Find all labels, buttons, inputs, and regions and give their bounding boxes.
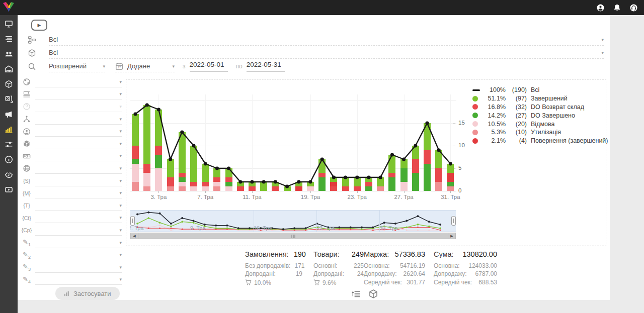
- navigator-left-handle[interactable]: [130, 216, 135, 226]
- payment-select[interactable]: ▾: [35, 151, 122, 161]
- manager-select[interactable]: ▾: [35, 126, 122, 137]
- stat-value: 249: [347, 250, 364, 258]
- bar-segment: [377, 186, 384, 191]
- utm-campaign-select[interactable]: ▾: [35, 225, 122, 236]
- chart-scrollbar[interactable]: ◀ ▶: [130, 233, 456, 239]
- legend-item[interactable]: 10.5%(20)Відмова: [472, 120, 608, 128]
- filter-row-status-group: ▾: [23, 100, 122, 113]
- view-products-toggle-button[interactable]: [368, 289, 378, 299]
- view-list-toggle-button[interactable]: [351, 289, 361, 299]
- utm-source-select[interactable]: ▾: [35, 176, 122, 186]
- product-select[interactable]: ▾: [35, 139, 122, 149]
- bar-segment: [388, 155, 395, 173]
- custom-field-3-select[interactable]: ▾: [35, 262, 122, 273]
- legend-dot-marker: [472, 96, 484, 101]
- bell-icon[interactable]: [613, 4, 621, 12]
- country-select[interactable]: ▾: [35, 77, 122, 87]
- sidebar-item-analytics[interactable]: [5, 125, 13, 134]
- sidebar-item-clients[interactable]: [5, 50, 13, 58]
- chart-bar: [272, 182, 279, 191]
- chart-bar: [260, 182, 267, 191]
- apply-button-label: Застосувати: [73, 290, 111, 297]
- sidebar-item-orders[interactable]: [5, 35, 13, 43]
- bar-segment: [202, 186, 209, 191]
- bar-segment: [272, 186, 279, 191]
- gridline-y15: [130, 123, 456, 124]
- navigator-right-handle[interactable]: [451, 216, 456, 226]
- x-axis-tick: [158, 191, 159, 193]
- legend-item[interactable]: 5.3%(10)Утилізація: [472, 128, 608, 137]
- legend-dot-marker: [472, 138, 484, 144]
- bar-segment: [132, 182, 139, 191]
- apply-button[interactable]: Застосувати: [55, 287, 120, 300]
- headset-icon[interactable]: [629, 4, 638, 12]
- legend-item[interactable]: 14.2%(27)DO Завершено: [472, 111, 608, 120]
- custom-field-4-select[interactable]: ▾: [35, 274, 122, 285]
- bar-segment: [354, 177, 361, 186]
- bar-segment: [213, 186, 220, 191]
- bar-segment: [225, 182, 232, 186]
- sidebar-item-marketing[interactable]: [5, 110, 13, 119]
- app-logo-icon[interactable]: [2, 1, 15, 14]
- sidebar-item-info[interactable]: [5, 155, 13, 164]
- stat-sublabel: Допродані:: [245, 270, 276, 278]
- sidebar-item-supply[interactable]: [5, 95, 13, 103]
- utm-medium-select[interactable]: ▾: [35, 188, 122, 198]
- sidebar-item-partners[interactable]: [5, 170, 13, 179]
- legend-item[interactable]: 2.1%(4)Повернення (завершений): [472, 137, 608, 145]
- sidebar-item-dashboard[interactable]: [5, 20, 13, 28]
- date-to-input[interactable]: 2022-05-31: [247, 61, 285, 72]
- legend-item[interactable]: 16.8%(32)DO Возврат склад: [472, 103, 608, 112]
- scroll-left-arrow-icon[interactable]: ◀: [131, 233, 138, 239]
- bar-segment: [155, 155, 162, 168]
- legend-count: (27): [506, 112, 527, 119]
- tutorial-video-button[interactable]: ▶: [31, 20, 47, 31]
- filter-row-payment: ▾: [23, 150, 122, 163]
- legend-count: (190): [506, 86, 527, 93]
- chevron-down-icon: ▾: [116, 129, 122, 134]
- stage-select[interactable]: ▾: [35, 89, 122, 99]
- bar-segment: [179, 173, 186, 177]
- x-axis-label: 11. Тра: [243, 194, 262, 200]
- chart-bar: [377, 177, 384, 191]
- date-from-input[interactable]: 2022-05-01: [190, 61, 228, 72]
- bar-segment: [447, 186, 454, 191]
- site-select[interactable]: ▾: [35, 163, 122, 174]
- gridline-x: [357, 94, 358, 191]
- filter-row-utm-medium: {M}▾: [23, 187, 122, 199]
- chevron-down-icon: ▾: [169, 64, 175, 69]
- structure-select[interactable]: Всі ▾: [49, 34, 604, 46]
- utm-content-select[interactable]: ▾: [35, 213, 122, 223]
- custom-field-2-select[interactable]: ▾: [35, 250, 122, 260]
- date-field-select[interactable]: 17 Додане ▾: [115, 61, 175, 72]
- chart-bar: [167, 159, 174, 191]
- bar-segment: [400, 182, 408, 191]
- custom-field-1-select[interactable]: ▾: [35, 238, 122, 248]
- product-select-value: Всі: [49, 49, 58, 56]
- legend-item[interactable]: 51.1%(97)Завершений: [472, 94, 608, 103]
- chart-navigator[interactable]: 2. Тра9. Тра16. Тра23. Тра30. Тра: [130, 210, 456, 232]
- sidebar: [0, 15, 18, 313]
- question-icon: [23, 102, 31, 111]
- structure-select[interactable]: ▾: [35, 114, 122, 125]
- bar-segment: [284, 186, 291, 191]
- search-mode-select[interactable]: Розширений ▾: [49, 61, 105, 72]
- user-icon[interactable]: [596, 4, 605, 12]
- sidebar-item-automation[interactable]: [5, 140, 13, 149]
- sidebar-item-products[interactable]: [5, 80, 13, 88]
- product-select[interactable]: Всі ▾: [49, 47, 604, 59]
- chart-bar: [179, 132, 186, 191]
- bar-segment: [447, 164, 454, 173]
- chevron-down-icon: ▾: [116, 190, 122, 195]
- sidebar-item-tutorials[interactable]: [5, 185, 13, 194]
- scroll-right-arrow-icon[interactable]: ▶: [448, 233, 455, 239]
- sidebar-item-warehouse[interactable]: [5, 65, 13, 73]
- chart-bar: [190, 146, 197, 191]
- legend-item[interactable]: 100%(190)Всі: [472, 86, 608, 94]
- chevron-down-icon: ▾: [598, 50, 604, 55]
- bar-segment: [237, 182, 244, 186]
- utm-term-select[interactable]: ▾: [35, 200, 122, 211]
- bar-segment: [179, 177, 186, 182]
- scrollbar-grip[interactable]: [291, 235, 295, 238]
- package-icon: [368, 289, 378, 299]
